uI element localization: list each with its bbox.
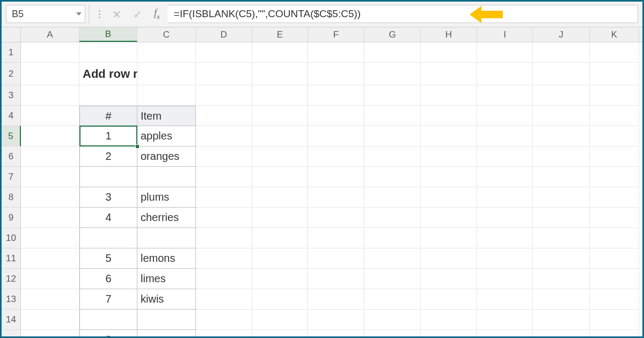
cell-F14[interactable] — [308, 310, 364, 330]
col-header-H[interactable]: H — [421, 27, 477, 42]
cell-H2[interactable] — [421, 63, 477, 85]
cell-C6[interactable]: oranges — [137, 146, 196, 167]
cell-H7[interactable] — [421, 167, 477, 187]
row-header-9[interactable]: 9 — [2, 208, 21, 228]
row-header-2[interactable]: 2 — [2, 63, 21, 85]
cell-B5[interactable]: 1 — [79, 126, 137, 146]
cell-F6[interactable] — [308, 146, 364, 167]
cell-E12[interactable] — [252, 269, 308, 289]
cell-K3[interactable] — [590, 85, 639, 106]
cell-G12[interactable] — [364, 269, 421, 289]
cell-C9[interactable]: cherries — [137, 208, 196, 228]
cell-K14[interactable] — [590, 310, 639, 330]
cell-K4[interactable] — [590, 106, 639, 126]
cell-C13[interactable]: kiwis — [137, 289, 196, 310]
cell-G9[interactable] — [364, 208, 421, 228]
row-header-5[interactable]: 5 — [2, 126, 21, 146]
cell-K11[interactable] — [590, 248, 639, 269]
cell-J15[interactable] — [533, 330, 590, 336]
cell-K5[interactable] — [590, 126, 639, 146]
row-header-7[interactable]: 7 — [2, 167, 21, 187]
cell-E4[interactable] — [252, 106, 308, 126]
cell-G5[interactable] — [364, 126, 421, 146]
cell-I9[interactable] — [477, 208, 533, 228]
col-header-A[interactable]: A — [21, 27, 79, 42]
row-header-1[interactable]: 1 — [2, 42, 21, 63]
cell-J12[interactable] — [533, 269, 590, 289]
cell-K2[interactable] — [590, 63, 639, 85]
cell-J6[interactable] — [533, 146, 590, 167]
col-header-E[interactable]: E — [252, 27, 308, 42]
cell-D15[interactable] — [196, 330, 252, 336]
cell-H4[interactable] — [421, 106, 477, 126]
cell-C12[interactable]: limes — [137, 269, 196, 289]
cell-I1[interactable] — [477, 42, 533, 63]
cell-D8[interactable] — [196, 187, 252, 208]
cell-G14[interactable] — [364, 310, 421, 330]
cell-B1[interactable] — [79, 42, 137, 63]
cell-A11[interactable] — [21, 248, 79, 269]
cell-I6[interactable] — [477, 146, 533, 167]
cell-F13[interactable] — [308, 289, 364, 310]
cell-F3[interactable] — [308, 85, 364, 106]
cell-H15[interactable] — [421, 330, 477, 336]
cell-I15[interactable] — [477, 330, 533, 336]
fx-icon[interactable]: fx — [154, 8, 160, 21]
row-header-3[interactable]: 3 — [2, 85, 21, 106]
cell-H6[interactable] — [421, 146, 477, 167]
cell-E3[interactable] — [252, 85, 308, 106]
cell-I8[interactable] — [477, 187, 533, 208]
col-header-K[interactable]: K — [590, 27, 639, 42]
row-header-6[interactable]: 6 — [2, 146, 21, 167]
row-header-14[interactable]: 14 — [2, 310, 21, 330]
cell-B12[interactable]: 6 — [79, 269, 137, 289]
cell-I3[interactable] — [477, 85, 533, 106]
cell-A1[interactable] — [21, 42, 79, 63]
cell-F5[interactable] — [308, 126, 364, 146]
cell-H9[interactable] — [421, 208, 477, 228]
select-all-corner[interactable] — [2, 27, 21, 42]
cell-H11[interactable] — [421, 248, 477, 269]
cell-A12[interactable] — [21, 269, 79, 289]
cell-A3[interactable] — [21, 85, 79, 106]
cell-A7[interactable] — [21, 167, 79, 187]
cell-E5[interactable] — [252, 126, 308, 146]
cell-I4[interactable] — [477, 106, 533, 126]
cell-K6[interactable] — [590, 146, 639, 167]
cell-B15[interactable]: 8 — [79, 330, 137, 336]
cell-J9[interactable] — [533, 208, 590, 228]
cell-D3[interactable] — [196, 85, 252, 106]
cell-E11[interactable] — [252, 248, 308, 269]
cell-F11[interactable] — [308, 248, 364, 269]
cell-E1[interactable] — [252, 42, 308, 63]
row-header-13[interactable]: 13 — [2, 289, 21, 310]
cell-B2[interactable]: Add row numbers and skip blanks — [79, 63, 137, 85]
col-header-I[interactable]: I — [477, 27, 533, 42]
chevron-down-icon[interactable] — [76, 12, 82, 16]
cell-D4[interactable] — [196, 106, 252, 126]
cell-K10[interactable] — [590, 228, 639, 248]
col-header-D[interactable]: D — [196, 27, 252, 42]
cell-K15[interactable] — [590, 330, 639, 336]
cell-E14[interactable] — [252, 310, 308, 330]
cell-K8[interactable] — [590, 187, 639, 208]
cell-A13[interactable] — [21, 289, 79, 310]
name-box[interactable]: B5 — [6, 5, 85, 23]
more-icon[interactable] — [99, 10, 100, 18]
cell-D14[interactable] — [196, 310, 252, 330]
cell-I7[interactable] — [477, 167, 533, 187]
cell-J5[interactable] — [533, 126, 590, 146]
cell-A8[interactable] — [21, 187, 79, 208]
cell-C11[interactable]: lemons — [137, 248, 196, 269]
cell-C8[interactable]: plums — [137, 187, 196, 208]
cell-H1[interactable] — [421, 42, 477, 63]
cell-H8[interactable] — [421, 187, 477, 208]
cell-F1[interactable] — [308, 42, 364, 63]
cell-B11[interactable]: 5 — [79, 248, 137, 269]
cell-K7[interactable] — [590, 167, 639, 187]
cell-B9[interactable]: 4 — [79, 208, 137, 228]
cell-B8[interactable]: 3 — [79, 187, 137, 208]
cell-F9[interactable] — [308, 208, 364, 228]
cell-H5[interactable] — [421, 126, 477, 146]
cell-J10[interactable] — [533, 228, 590, 248]
